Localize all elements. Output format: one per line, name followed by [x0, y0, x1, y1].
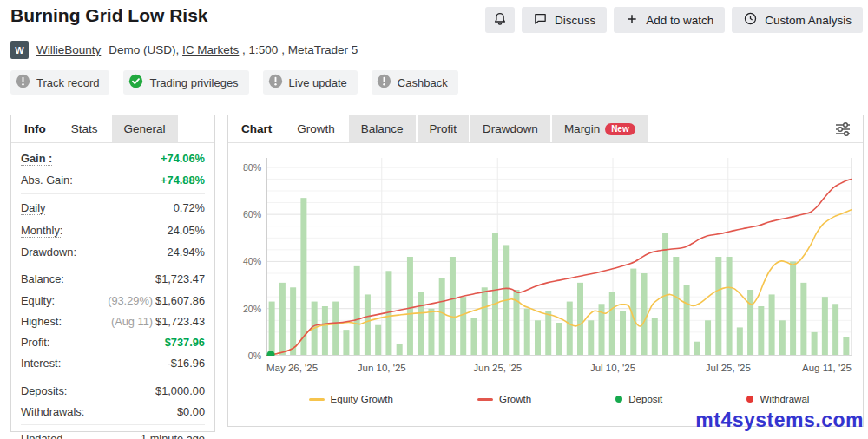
x-tick: May 26, '25	[266, 363, 318, 373]
stat-row: Highest: (Aug 11)$1,723.43	[21, 311, 205, 331]
stats-rows: Gain : +74.06% Abs. Gain: +74.88% Daily …	[11, 143, 214, 439]
x-tick: Jul 10, '25	[590, 363, 635, 373]
badge-label: Live update	[289, 76, 347, 89]
x-tick: Jun 10, '25	[358, 363, 406, 373]
notifications-button[interactable]	[485, 7, 515, 33]
account-row: W WillieBounty Demo (USD), IC Markets , …	[10, 41, 358, 59]
discuss-label: Discuss	[555, 14, 595, 27]
status-badge[interactable]: Cashback	[372, 70, 458, 95]
legend-item[interactable]: Equity Growth	[309, 394, 393, 404]
account-type: Demo (USD),	[108, 43, 179, 56]
legend-line-swatch	[309, 398, 325, 401]
clock-icon	[743, 11, 758, 29]
tab-drawdown[interactable]: Drawdown	[470, 115, 550, 142]
avatar: W	[10, 41, 29, 59]
sliders-icon	[833, 128, 852, 141]
info-label: Info	[11, 115, 59, 142]
stat-row: Daily 0.72%	[21, 193, 205, 220]
status-badge[interactable]: Track record	[10, 70, 109, 95]
exclamation-circle-icon	[377, 74, 391, 91]
bell-icon	[492, 11, 508, 29]
stats-panel-tabs: Info Stats General	[11, 115, 214, 143]
stat-row: Drawdown: 24.94%	[21, 241, 205, 262]
legend-item[interactable]: Deposit	[615, 394, 662, 404]
legend-dot-swatch	[615, 396, 622, 403]
tab-growth[interactable]: Growth	[285, 115, 347, 142]
legend-item[interactable]: Growth	[477, 394, 531, 404]
add-to-watch-label: Add to watch	[646, 14, 713, 27]
tab-stats[interactable]: Stats	[59, 115, 110, 142]
status-badge[interactable]: Trading privileges	[123, 70, 248, 95]
check-circle-icon	[128, 74, 143, 91]
chart-plot[interactable]	[266, 158, 852, 356]
stat-row: Withdrawals: $0.00	[21, 401, 205, 422]
stat-row: Deposits: $1,000.00	[21, 377, 205, 402]
legend-dot-swatch	[746, 396, 753, 403]
tab-general[interactable]: General	[112, 115, 178, 142]
account-leverage-platform: , 1:500 , MetaTrader 5	[242, 43, 358, 56]
stat-row: Abs. Gain: +74.88%	[21, 169, 205, 191]
legend-item[interactable]: Withdrawal	[746, 394, 809, 404]
x-tick: Jul 25, '25	[706, 363, 751, 373]
badge-label: Cashback	[398, 76, 448, 89]
badge-label: Track record	[36, 76, 99, 89]
tab-balance[interactable]: Balance	[349, 115, 416, 142]
add-to-watch-button[interactable]: Add to watch	[614, 7, 725, 33]
y-tick: 40%	[232, 256, 261, 266]
stat-row: Profit: $737.96	[21, 331, 205, 352]
x-tick: Jun 25, '25	[473, 363, 522, 373]
stat-row: Updated 1 minute ago	[21, 424, 205, 439]
growth-chart[interactable]: 0%20%40%60%80% May 26, '25Jun 10, '25Jun…	[228, 143, 863, 426]
custom-analysis-button[interactable]: Custom Analysis	[732, 7, 863, 33]
legend-line-swatch	[477, 398, 493, 401]
tab-margin[interactable]: MarginNew	[552, 115, 648, 142]
y-tick: 60%	[232, 209, 261, 220]
watermark: mt4systems.com	[695, 409, 864, 432]
username-link[interactable]: WillieBounty	[36, 43, 101, 56]
broker-link[interactable]: IC Markets	[182, 43, 239, 56]
account-details: Demo (USD), IC Markets , 1:500 , MetaTra…	[108, 43, 358, 56]
x-tick: Aug 11, '25	[802, 363, 852, 373]
custom-analysis-label: Custom Analysis	[765, 14, 852, 27]
exclamation-circle-icon	[16, 74, 30, 91]
page-title: Burning Grid Low Risk	[10, 5, 208, 26]
new-badge: New	[605, 123, 635, 135]
y-tick: 0%	[232, 351, 261, 361]
header-actions: Discuss Add to watch Custom Analysis	[485, 7, 863, 33]
discuss-button[interactable]: Discuss	[522, 7, 607, 33]
stat-row: Gain : +74.06%	[21, 147, 205, 169]
chart-panel: Chart Growth Balance Profit Drawdown Mar…	[227, 115, 864, 427]
y-tick: 80%	[232, 162, 261, 173]
speech-bubble-icon	[533, 11, 548, 29]
stat-row: Equity: (93.29%)$1,607.86	[21, 290, 205, 311]
chart-label: Chart	[228, 115, 285, 142]
chart-settings-button[interactable]	[833, 120, 852, 141]
chart-panel-tabs: Chart Growth Balance Profit Drawdown Mar…	[228, 115, 863, 143]
stat-row: Monthly: 24.05%	[21, 220, 205, 241]
badge-label: Trading privileges	[149, 76, 238, 89]
plus-icon	[625, 12, 639, 29]
exclamation-circle-icon	[268, 74, 283, 91]
chart-legend: Equity Growth Growth Deposit Withdrawal	[266, 394, 852, 404]
status-badge[interactable]: Live update	[263, 70, 358, 95]
y-tick: 20%	[232, 304, 261, 314]
stat-row: Interest: -$16.96	[21, 353, 205, 374]
tab-profit[interactable]: Profit	[418, 115, 470, 142]
badges-row: Track record Trading privileges Live upd…	[10, 70, 458, 95]
stats-panel: Info Stats General Gain : +74.06% Abs. G…	[10, 115, 215, 432]
stat-row: Balance: $1,723.47	[21, 265, 205, 290]
